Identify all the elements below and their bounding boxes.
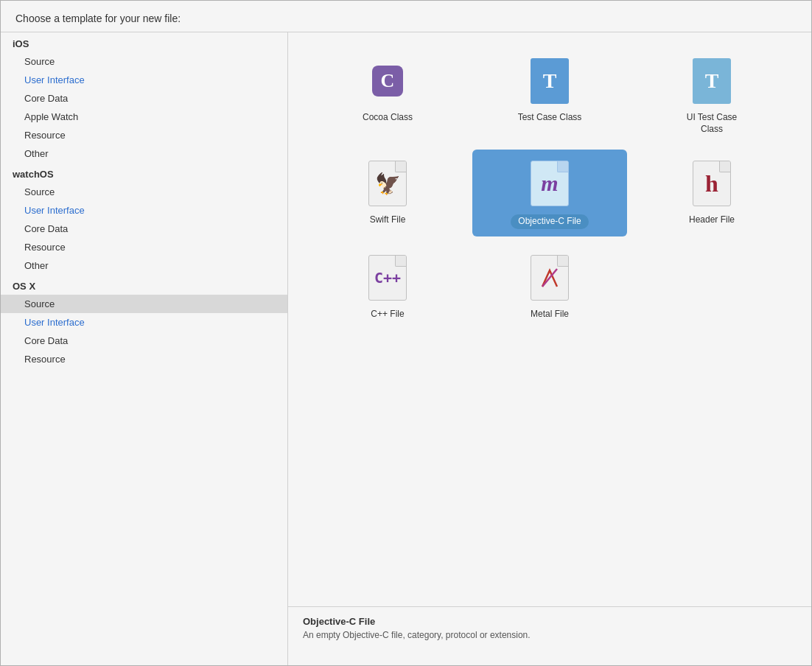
dialog-body: iOS Source User Interface Core Data Appl… [1, 32, 811, 665]
test-case-label: Test Case Class [518, 112, 582, 124]
sidebar-item-osx-resource[interactable]: Resource [1, 350, 287, 368]
file-item-test-case-class[interactable]: T Test Case Class [472, 47, 627, 142]
file-grid: C Cocoa Class T Test Case Class T U [288, 32, 811, 606]
file-item-ui-test-case-class[interactable]: T UI Test CaseClass [634, 47, 789, 142]
file-item-metal-file[interactable]: Metal File [472, 244, 627, 328]
info-title: Objective-C File [303, 616, 797, 627]
sidebar-item-watchos-ui[interactable]: User Interface [1, 201, 287, 220]
file-item-cocoa-class[interactable]: C Cocoa Class [310, 47, 465, 142]
main-content: C Cocoa Class T Test Case Class T U [288, 32, 811, 665]
dialog: Choose a template for your new file: iOS… [0, 0, 812, 666]
sidebar-item-osx-ui[interactable]: User Interface [1, 313, 287, 332]
info-description: An empty Objective-C file, category, pro… [303, 630, 797, 640]
test-case-icon: T [526, 55, 573, 108]
sidebar-section-watchos: watchOS [1, 163, 287, 183]
file-item-header-file[interactable]: h Header File [634, 150, 789, 236]
file-item-cpp-file[interactable]: C++ C++ File [310, 244, 465, 328]
sidebar-item-watchos-source[interactable]: Source [1, 183, 287, 201]
objc-file-label: Objective-C File [511, 214, 588, 229]
dialog-header: Choose a template for your new file: [1, 1, 811, 32]
swift-file-icon: 🦅 [364, 157, 411, 210]
metal-file-icon [526, 251, 573, 304]
sidebar-item-osx-coredata[interactable]: Core Data [1, 332, 287, 350]
ui-test-case-icon: T [688, 55, 735, 108]
sidebar-item-ios-resource[interactable]: Resource [1, 126, 287, 144]
dialog-title: Choose a template for your new file: [15, 13, 181, 24]
sidebar: iOS Source User Interface Core Data Appl… [1, 32, 288, 665]
sidebar-item-ios-ui[interactable]: User Interface [1, 71, 287, 89]
sidebar-item-watchos-resource[interactable]: Resource [1, 238, 287, 256]
sidebar-item-ios-coredata[interactable]: Core Data [1, 89, 287, 108]
cpp-file-label: C++ File [371, 309, 404, 320]
sidebar-section-ios: iOS [1, 32, 287, 52]
cocoa-class-icon: C [364, 55, 411, 108]
cocoa-class-label: Cocoa Class [363, 112, 413, 124]
header-file-label: Header File [689, 214, 735, 226]
swift-file-label: Swift File [370, 214, 406, 226]
metal-file-label: Metal File [531, 309, 569, 320]
sidebar-item-osx-source[interactable]: Source [1, 295, 287, 313]
file-item-objc-file[interactable]: m Objective-C File [472, 150, 627, 236]
file-item-swift-file[interactable]: 🦅 Swift File [310, 150, 465, 236]
sidebar-item-ios-other[interactable]: Other [1, 144, 287, 163]
sidebar-item-ios-source[interactable]: Source [1, 52, 287, 71]
info-bar: Objective-C File An empty Objective-C fi… [288, 606, 811, 665]
header-file-icon: h [688, 157, 735, 210]
sidebar-item-ios-applewatch[interactable]: Apple Watch [1, 108, 287, 126]
ui-test-case-label: UI Test CaseClass [687, 112, 737, 135]
cpp-file-icon: C++ [364, 251, 411, 304]
sidebar-item-watchos-coredata[interactable]: Core Data [1, 220, 287, 238]
sidebar-item-watchos-other[interactable]: Other [1, 256, 287, 275]
objc-file-icon: m [526, 157, 573, 210]
sidebar-section-osx: OS X [1, 275, 287, 295]
